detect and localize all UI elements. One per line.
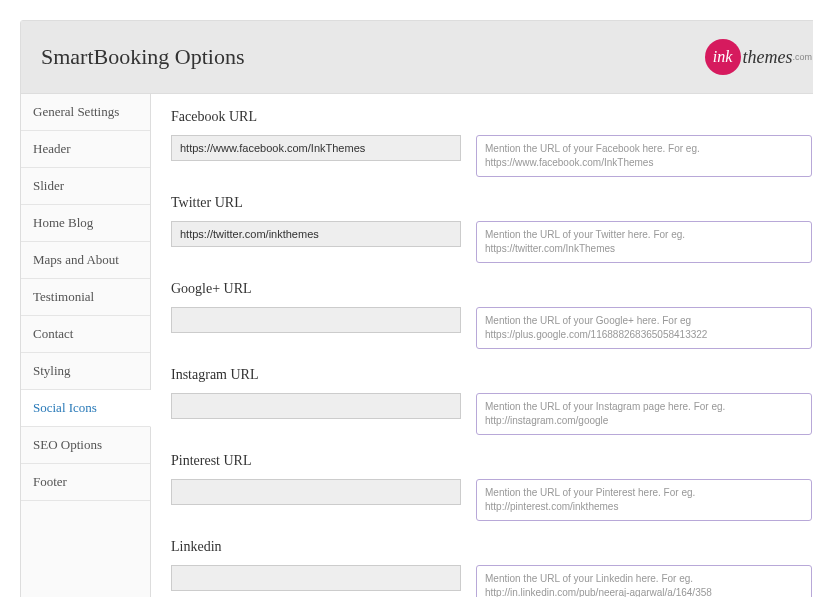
field-pinterest: Pinterest URL Mention the URL of your Pi… [171,453,812,521]
field-label: Facebook URL [171,109,812,125]
help-text: Mention the URL of your Facebook here. F… [476,135,812,177]
sidebar-item-slider[interactable]: Slider [21,168,150,205]
field-googleplus: Google+ URL Mention the URL of your Goog… [171,281,812,349]
brand-logo: ink themes.com [705,39,813,75]
options-panel: SmartBooking Options ink themes.com Gene… [20,20,813,597]
help-text: Mention the URL of your Pinterest here. … [476,479,812,521]
sidebar-item-contact[interactable]: Contact [21,316,150,353]
field-label: Pinterest URL [171,453,812,469]
instagram-url-input[interactable] [171,393,461,419]
sidebar-item-testimonial[interactable]: Testimonial [21,279,150,316]
field-label: Twitter URL [171,195,812,211]
sidebar-item-seo-options[interactable]: SEO Options [21,427,150,464]
sidebar: General Settings Header Slider Home Blog… [21,94,151,597]
field-inputs: Mention the URL of your Twitter here. Fo… [171,221,812,263]
field-linkedin: Linkedin Mention the URL of your Linkedi… [171,539,812,597]
sidebar-item-maps-and-about[interactable]: Maps and About [21,242,150,279]
panel-body: General Settings Header Slider Home Blog… [21,94,813,597]
help-text: Mention the URL of your Google+ here. Fo… [476,307,812,349]
help-text: Mention the URL of your Twitter here. Fo… [476,221,812,263]
pinterest-url-input[interactable] [171,479,461,505]
sidebar-item-styling[interactable]: Styling [21,353,150,390]
twitter-url-input[interactable] [171,221,461,247]
logo-text: themes [743,47,793,68]
field-inputs: Mention the URL of your Linkedin here. F… [171,565,812,597]
field-instagram: Instagram URL Mention the URL of your In… [171,367,812,435]
help-text: Mention the URL of your Linkedin here. F… [476,565,812,597]
logo-sub: .com [792,52,812,62]
page-title: SmartBooking Options [41,44,245,70]
field-inputs: Mention the URL of your Pinterest here. … [171,479,812,521]
logo-mark-icon: ink [705,39,741,75]
sidebar-item-social-icons[interactable]: Social Icons [21,390,151,427]
sidebar-item-general-settings[interactable]: General Settings [21,94,150,131]
panel-header: SmartBooking Options ink themes.com [21,21,813,94]
field-inputs: Mention the URL of your Instagram page h… [171,393,812,435]
help-text: Mention the URL of your Instagram page h… [476,393,812,435]
field-inputs: Mention the URL of your Facebook here. F… [171,135,812,177]
sidebar-item-footer[interactable]: Footer [21,464,150,501]
linkedin-url-input[interactable] [171,565,461,591]
content-area: Facebook URL Mention the URL of your Fac… [151,94,813,597]
sidebar-item-home-blog[interactable]: Home Blog [21,205,150,242]
facebook-url-input[interactable] [171,135,461,161]
field-label: Google+ URL [171,281,812,297]
field-inputs: Mention the URL of your Google+ here. Fo… [171,307,812,349]
field-label: Linkedin [171,539,812,555]
googleplus-url-input[interactable] [171,307,461,333]
field-facebook: Facebook URL Mention the URL of your Fac… [171,109,812,177]
field-twitter: Twitter URL Mention the URL of your Twit… [171,195,812,263]
sidebar-item-header[interactable]: Header [21,131,150,168]
field-label: Instagram URL [171,367,812,383]
